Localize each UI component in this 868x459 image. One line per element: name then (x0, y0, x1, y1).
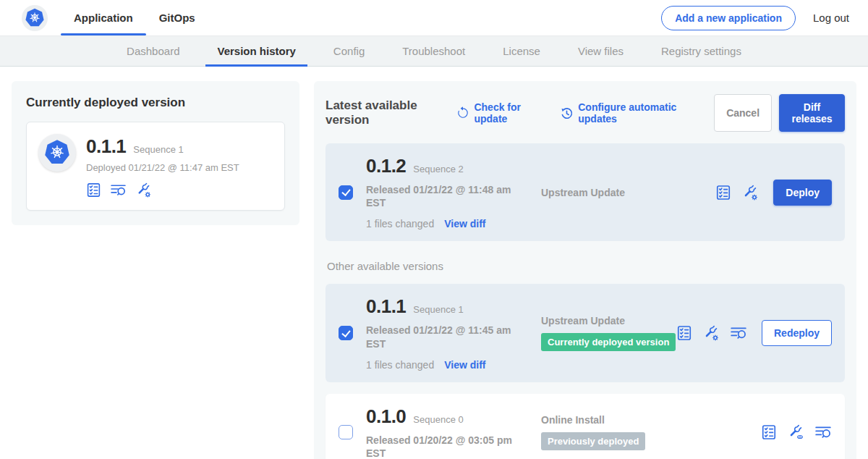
troubleshoot-wrench-gear-icon[interactable] (702, 324, 720, 342)
deployed-timestamp: Deployed 01/21/22 @ 11:47 am EST (86, 162, 239, 173)
version-number: 0.1.1 (366, 295, 406, 318)
troubleshoot-wrench-eye-icon[interactable] (787, 424, 804, 441)
version-source: Upstream Update (516, 187, 715, 198)
troubleshoot-wrench-gear-icon[interactable] (135, 182, 152, 198)
released-timestamp: Released 01/20/22 @ 03:05 pm EST (366, 434, 516, 459)
redeploy-button[interactable]: Redeploy (762, 320, 832, 346)
troubleshoot-wrench-gear-icon[interactable] (741, 184, 759, 201)
tab-config[interactable]: Config (315, 36, 383, 66)
currently-deployed-title: Currently deployed version (26, 96, 285, 110)
version-number: 0.1.0 (366, 405, 406, 428)
release-notes-icon[interactable] (730, 324, 747, 342)
add-new-application-button[interactable]: Add a new application (661, 6, 796, 30)
version-select-checkbox[interactable] (339, 185, 353, 200)
config-checklist-icon[interactable] (761, 424, 777, 440)
top-navigation: Application GitOps Add a new application… (0, 0, 868, 36)
configure-automatic-updates-link[interactable]: Configure automatic updates (560, 101, 698, 125)
available-versions-panel: Latest available version Check for updat… (314, 81, 856, 459)
cancel-button[interactable]: Cancel (714, 94, 772, 132)
version-card-0-1-2: 0.1.2 Sequence 2 Released 01/21/22 @ 11:… (326, 143, 845, 241)
clock-refresh-icon (560, 106, 574, 120)
release-notes-icon[interactable] (110, 182, 127, 198)
files-changed-label: 1 files changed (366, 218, 434, 230)
tab-dashboard[interactable]: Dashboard (108, 36, 198, 66)
released-timestamp: Released 01/21/22 @ 11:48 am EST (366, 183, 516, 209)
sequence-label: Sequence 0 (413, 414, 463, 425)
deploy-button[interactable]: Deploy (773, 180, 832, 206)
main-content: Currently deployed version (0, 67, 868, 459)
tab-troubleshoot[interactable]: Troubleshoot (383, 36, 484, 66)
topnav-tabs: Application GitOps (61, 0, 208, 35)
check-for-update-link[interactable]: Check for update (456, 101, 544, 125)
release-notes-icon[interactable] (814, 424, 832, 441)
deployed-version-card: 0.1.1 Sequence 1 Deployed 01/21/22 @ 11:… (26, 122, 285, 211)
version-select-checkbox[interactable] (339, 326, 353, 340)
app-brand (22, 0, 48, 35)
config-checklist-icon[interactable] (715, 185, 731, 201)
latest-available-title: Latest available version (326, 98, 446, 127)
version-info: 0.1.1 Sequence 1 Released 01/21/22 @ 11:… (366, 295, 516, 370)
source-label: Online Install (541, 414, 761, 426)
version-card-0-1-1: 0.1.1 Sequence 1 Released 01/21/22 @ 11:… (326, 284, 845, 382)
configure-automatic-updates-label: Configure automatic updates (578, 101, 698, 125)
tab-view-files[interactable]: View files (559, 36, 642, 66)
other-available-versions-label: Other available versions (327, 260, 845, 272)
config-checklist-icon[interactable] (86, 182, 101, 198)
diff-releases-button[interactable]: Diff releases (779, 94, 845, 132)
sequence-label: Sequence 2 (413, 164, 463, 174)
currently-deployed-badge: Currently deployed version (541, 333, 676, 351)
sequence-label: Sequence 1 (413, 304, 463, 315)
version-info: 0.1.0 Sequence 0 Released 01/20/22 @ 03:… (366, 405, 516, 459)
source-label: Upstream Update (541, 187, 715, 198)
released-timestamp: Released 01/21/22 @ 11:45 am EST (366, 324, 516, 350)
files-changed-label: 1 files changed (366, 359, 434, 371)
version-source: Online Install Previously deployed (516, 414, 761, 450)
config-checklist-icon[interactable] (676, 325, 692, 341)
logout-link[interactable]: Log out (813, 12, 849, 24)
app-sub-navigation: Dashboard Version history Config Trouble… (0, 36, 868, 67)
refresh-icon (456, 106, 469, 119)
topnav-right: Add a new application Log out (661, 0, 868, 35)
previously-deployed-badge: Previously deployed (541, 432, 645, 450)
tab-gitops[interactable]: GitOps (146, 0, 208, 35)
tab-registry-settings[interactable]: Registry settings (642, 36, 760, 66)
versions-panel-header: Latest available version Check for updat… (326, 94, 845, 132)
kubernetes-logo (38, 134, 76, 172)
version-info: 0.1.2 Sequence 2 Released 01/21/22 @ 11:… (366, 155, 516, 230)
version-card-0-1-0: 0.1.0 Sequence 0 Released 01/20/22 @ 03:… (326, 394, 845, 459)
check-for-update-label: Check for update (474, 101, 544, 125)
deployed-version-number: 0.1.1 (86, 135, 126, 158)
version-source: Upstream Update Currently deployed versi… (516, 315, 676, 351)
tab-license[interactable]: License (484, 36, 559, 66)
kubernetes-logo (22, 5, 48, 31)
source-label: Upstream Update (541, 315, 676, 327)
view-diff-link[interactable]: View diff (444, 218, 485, 230)
tab-application[interactable]: Application (61, 0, 146, 35)
deployed-version-info: 0.1.1 Sequence 1 Deployed 01/21/22 @ 11:… (86, 134, 239, 198)
version-select-checkbox[interactable] (339, 425, 353, 439)
view-diff-link[interactable]: View diff (444, 359, 485, 371)
version-number: 0.1.2 (366, 155, 406, 177)
currently-deployed-panel: Currently deployed version (12, 81, 299, 225)
deployed-sequence-label: Sequence 1 (133, 144, 183, 155)
tab-version-history[interactable]: Version history (198, 36, 314, 66)
